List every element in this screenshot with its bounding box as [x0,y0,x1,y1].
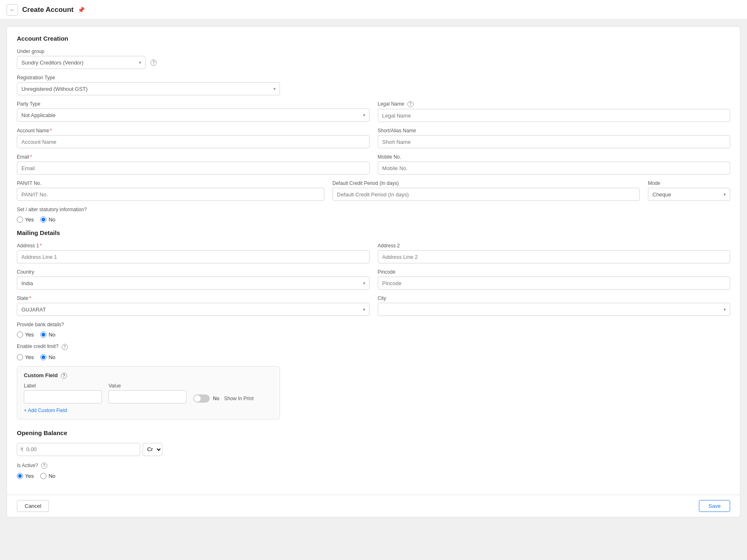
short-alias-name-label: Short/Alias Name [378,128,731,134]
city-select[interactable] [378,303,731,316]
address1-label: Address 1* [17,243,370,249]
address2-input[interactable] [378,250,731,263]
account-name-input[interactable] [17,135,370,148]
credit-limit-yes-option[interactable]: Yes [17,354,34,360]
statutory-yes-radio[interactable] [17,217,23,223]
under-group-select[interactable]: Sundry Creditors (Vendor) [17,56,146,69]
toggle-no-label: No [213,396,219,401]
legal-name-input[interactable] [378,109,731,122]
provide-bank-details-label: Provide bank details? [17,322,730,327]
custom-field-info-icon[interactable]: ? [61,373,67,379]
registration-type-select[interactable]: Unregistered (Without GST) [17,82,280,95]
cr-dr-select[interactable]: Cr Dr [143,443,162,456]
credit-limit-no-option[interactable]: No [40,354,56,360]
is-active-label: Is Active? ? [17,463,730,469]
credit-limit-yes-radio[interactable] [17,354,23,360]
is-active-yes-radio[interactable] [17,473,23,479]
custom-field-label-label: Label [24,383,102,389]
pan-it-no-input[interactable] [17,188,324,201]
state-select[interactable]: GUJARAT MAHARASHTRA DELHI [17,303,370,316]
city-label: City [378,295,731,301]
pincode-label: Pincode [378,269,731,275]
credit-limit-no-radio[interactable] [40,354,46,360]
email-input[interactable] [17,161,370,175]
custom-field-value-label: Value [109,383,187,389]
set-alter-statutory-radio-group: Yes No [17,217,730,223]
under-group-label: Under group [17,48,157,54]
account-name-label: Account Name* [17,128,370,134]
custom-field-title: Custom Field ? [24,372,273,379]
party-type-label: Party Type [17,101,370,107]
state-label: State* [17,295,370,301]
short-alias-name-input[interactable] [378,135,731,148]
party-type-select[interactable]: Not Applicable [17,108,370,122]
legal-name-info-icon[interactable]: ? [407,101,414,107]
pan-it-no-label: PAN/IT No. [17,180,324,186]
pin-icon[interactable]: 📌 [78,7,85,13]
back-button[interactable]: ← [7,4,18,16]
address1-input[interactable] [17,250,370,263]
page-title: Create Account [22,6,74,14]
mobile-no-label: Mobile No. [378,154,731,160]
bank-details-radio-group: Yes No [17,332,730,338]
add-custom-field-link[interactable]: + Add Custom Field [24,408,67,413]
is-active-no-radio[interactable] [40,473,46,479]
is-active-yes-option[interactable]: Yes [17,473,34,479]
show-in-print-label: Show In Print [224,396,253,401]
country-label: Country [17,269,370,275]
bank-details-yes-option[interactable]: Yes [17,332,34,338]
custom-field-value-input[interactable] [109,390,187,403]
set-alter-statutory-label: Set / alter statutory information? [17,207,730,212]
credit-limit-info-icon[interactable]: ? [62,344,68,350]
account-creation-title: Account Creation [17,35,730,42]
credit-limit-radio-group: Yes No [17,354,730,360]
email-label: Email* [17,154,370,160]
default-credit-period-input[interactable] [333,188,640,201]
statutory-yes-option[interactable]: Yes [17,217,34,223]
opening-balance-input[interactable] [17,443,140,456]
cancel-button[interactable]: Cancel [17,500,49,512]
mode-label: Mode [648,180,730,186]
rupee-prefix: ₹ [20,446,23,452]
enable-credit-limit-label: Enable credit limit? ? [17,343,730,350]
is-active-no-option[interactable]: No [40,473,56,479]
mode-select[interactable]: Cheque Cash Online [648,188,730,201]
bank-details-yes-radio[interactable] [17,332,23,338]
address2-label: Address 2 [378,243,731,249]
mailing-details-title: Mailing Details [17,229,730,236]
is-active-radio-group: Yes No [17,473,730,479]
default-credit-period-label: Default Credit Period (In days) [333,180,640,186]
under-group-info-icon[interactable]: ? [150,60,157,66]
statutory-no-radio[interactable] [40,217,46,223]
is-active-info-icon[interactable]: ? [41,463,47,469]
show-in-print-toggle[interactable] [193,394,210,403]
country-select[interactable]: India USA UK [17,277,370,290]
statutory-no-option[interactable]: No [40,217,56,223]
custom-field-label-input[interactable] [24,390,102,403]
save-button[interactable]: Save [699,500,730,512]
mobile-no-input[interactable] [378,161,731,175]
pincode-input[interactable] [378,277,731,290]
bank-details-no-option[interactable]: No [40,332,56,338]
opening-balance-title: Opening Balance [17,429,730,436]
legal-name-label: Legal Name ? [378,101,731,107]
registration-type-label: Registration Type [17,75,280,81]
bank-details-no-radio[interactable] [40,332,46,338]
